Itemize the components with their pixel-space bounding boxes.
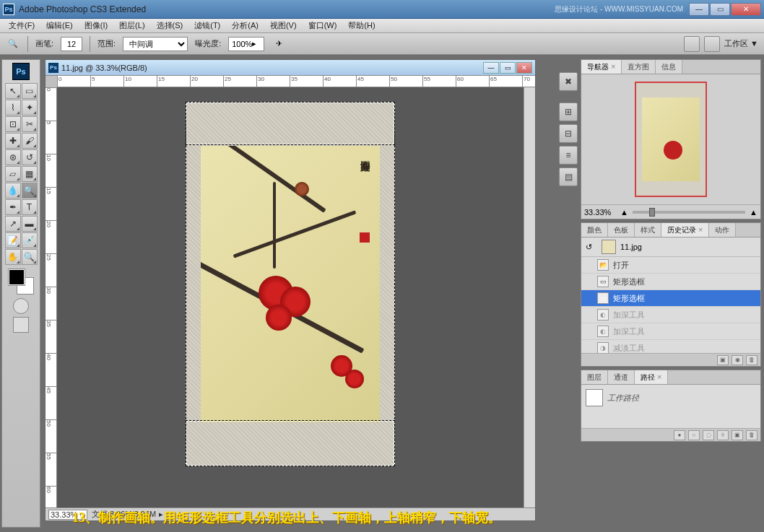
exposure-input[interactable]: 100%▸: [228, 37, 264, 51]
tab-直方图[interactable]: 直方图: [622, 60, 656, 74]
menu-分析[interactable]: 分析(A): [226, 19, 264, 32]
close-button[interactable]: ✕: [731, 3, 761, 16]
lasso-tool[interactable]: ⌇: [5, 100, 21, 115]
tab-历史记录[interactable]: 历史记录×: [661, 223, 709, 237]
tab-颜色[interactable]: 颜色: [581, 223, 608, 237]
notes-tool[interactable]: 📝: [5, 232, 21, 248]
menu-图像[interactable]: 图像(I): [79, 19, 113, 32]
marquee-tool[interactable]: ▭: [22, 83, 38, 99]
brush-preset-picker[interactable]: 12: [61, 37, 82, 51]
heal-tool[interactable]: ✚: [5, 133, 21, 149]
dock-tool-presets-icon[interactable]: ⊟: [559, 124, 578, 143]
zoom-in-icon[interactable]: ▲: [750, 208, 758, 217]
canvas[interactable]: 海棠迎春圖: [186, 102, 395, 466]
path-sel-tool[interactable]: ↗: [5, 216, 21, 232]
menu-滤镜[interactable]: 滤镜(T): [188, 19, 226, 32]
dock-brushes-icon[interactable]: ✖: [559, 72, 578, 91]
navigator-thumbnail[interactable]: [635, 82, 707, 197]
dock-layers-icon[interactable]: ≡: [559, 146, 578, 165]
history-state[interactable]: ▭矩形选框: [581, 274, 760, 290]
wand-tool[interactable]: ✦: [22, 100, 38, 115]
slice-tool[interactable]: ✂: [22, 116, 38, 132]
navigator-preview[interactable]: [581, 74, 760, 204]
path-item[interactable]: 工作路径: [584, 388, 758, 408]
delete-state-icon[interactable]: 🗑: [746, 355, 758, 365]
app-icon: Ps: [3, 4, 14, 15]
new-path-icon[interactable]: ▣: [732, 430, 743, 440]
gradient-tool[interactable]: ▦: [22, 166, 38, 182]
tab-路径[interactable]: 路径×: [635, 370, 668, 384]
document-title-bar[interactable]: Ps 11.jpg @ 33.3%(RGB/8) — ▭ ✕: [45, 60, 535, 76]
tab-通道[interactable]: 通道: [608, 370, 635, 384]
menu-选择[interactable]: 选择(S): [151, 19, 189, 32]
history-brush-tool[interactable]: ↺: [22, 149, 38, 165]
delete-path-icon[interactable]: 🗑: [746, 430, 758, 440]
blur-tool[interactable]: 💧: [5, 183, 21, 199]
zoom-tool[interactable]: 🔍: [22, 249, 38, 265]
selection-to-path-icon[interactable]: ◊: [717, 430, 729, 440]
dock-channels-icon[interactable]: ▤: [559, 167, 578, 186]
brush-tool[interactable]: 🖌: [22, 133, 38, 149]
maximize-button[interactable]: ▭: [710, 3, 730, 16]
new-doc-from-state-icon[interactable]: ▣: [717, 355, 729, 365]
zoom-out-icon[interactable]: ▲: [620, 208, 628, 217]
color-swatches[interactable]: [9, 269, 33, 294]
file-browser-button[interactable]: [684, 36, 700, 52]
range-select[interactable]: 中间调: [123, 37, 188, 51]
crop-tool[interactable]: ⊡: [5, 116, 21, 132]
pen-tool[interactable]: ✒: [5, 199, 21, 215]
tab-信息[interactable]: 信息: [656, 60, 682, 74]
document-window: Ps 11.jpg @ 33.3%(RGB/8) — ▭ ✕ 051015202…: [45, 59, 536, 521]
quick-mask-button[interactable]: [13, 298, 29, 314]
go-to-bridge-button[interactable]: [704, 36, 720, 52]
stroke-path-icon[interactable]: ○: [688, 430, 700, 440]
move-tool[interactable]: ↖: [5, 83, 21, 99]
canvas-viewport[interactable]: 海棠迎春圖: [57, 87, 524, 507]
dock-clone-icon[interactable]: ⊞: [559, 103, 578, 121]
path-to-selection-icon[interactable]: ◌: [703, 430, 714, 440]
minimize-button[interactable]: —: [689, 3, 709, 16]
tab-图层[interactable]: 图层: [581, 370, 608, 384]
vertical-scrollbar[interactable]: [524, 87, 535, 507]
current-tool-icon[interactable]: 🔍: [6, 37, 20, 51]
menu-图层[interactable]: 图层(L): [113, 19, 150, 32]
zoom-slider[interactable]: [633, 211, 745, 214]
dodge-tool[interactable]: 🔍: [22, 183, 38, 199]
stamp-tool[interactable]: ⊛: [5, 149, 21, 165]
history-step-icon: ◑: [597, 342, 609, 353]
screen-mode-button[interactable]: [13, 317, 29, 333]
foreground-color[interactable]: [9, 269, 25, 285]
horizontal-ruler[interactable]: 0510152025303540455055606570: [57, 76, 535, 87]
workspace-menu[interactable]: 工作区 ▼: [724, 38, 758, 49]
eraser-tool[interactable]: ▱: [5, 166, 21, 182]
history-snapshot[interactable]: ↺ 11.jpg: [581, 237, 760, 257]
doc-maximize-button[interactable]: ▭: [500, 62, 516, 74]
shape-tool[interactable]: ▬: [22, 216, 38, 232]
tab-动作[interactable]: 动作: [709, 223, 736, 237]
tab-导航器[interactable]: 导航器×: [581, 60, 622, 74]
menu-帮助[interactable]: 帮助(H): [342, 19, 381, 32]
history-state[interactable]: 📂打开: [581, 257, 760, 274]
history-state[interactable]: ◐加深工具: [581, 307, 760, 323]
fill-path-icon[interactable]: ●: [674, 430, 685, 440]
doc-close-button[interactable]: ✕: [516, 62, 532, 74]
new-snapshot-icon[interactable]: ◉: [732, 355, 743, 365]
doc-minimize-button[interactable]: —: [483, 62, 499, 74]
menu-编辑[interactable]: 编辑(E): [40, 19, 79, 32]
menu-窗口[interactable]: 窗口(W): [303, 19, 343, 32]
ps-logo-icon: Ps: [12, 63, 30, 80]
history-state[interactable]: ◐加深工具: [581, 323, 760, 340]
airbrush-icon[interactable]: ✈: [272, 37, 286, 51]
menu-视图[interactable]: 视图(V): [264, 19, 303, 32]
vertical-ruler[interactable]: 051015202530354045505560: [45, 87, 57, 507]
menu-文件[interactable]: 文件(F): [3, 19, 40, 32]
navigator-zoom[interactable]: 33.33%: [584, 208, 620, 217]
eyedrop-tool[interactable]: 💉: [22, 232, 38, 248]
tab-色板[interactable]: 色板: [608, 223, 635, 237]
type-tool[interactable]: T: [22, 199, 38, 215]
history-brush-source-icon[interactable]: ↺: [586, 243, 597, 252]
tab-样式[interactable]: 样式: [635, 223, 661, 237]
hand-tool[interactable]: ✋: [5, 249, 21, 265]
history-state[interactable]: ▭矩形选框: [581, 290, 760, 307]
history-state[interactable]: ◑减淡工具: [581, 340, 760, 353]
